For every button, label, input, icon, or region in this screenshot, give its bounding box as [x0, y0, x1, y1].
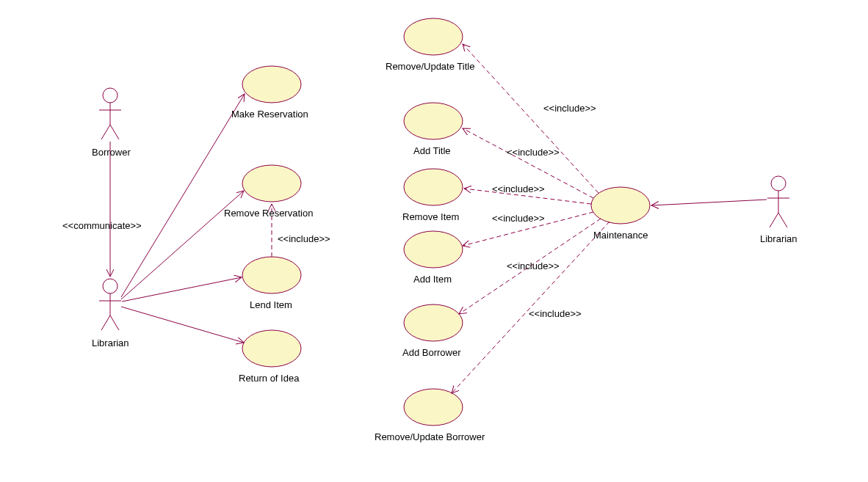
- dep-maint-remove-update-title: [463, 44, 598, 193]
- svg-line-14: [778, 213, 787, 227]
- usecase-add-title: [404, 103, 463, 139]
- usecase-label-add-title: Add Title: [413, 145, 451, 156]
- svg-line-8: [101, 315, 110, 330]
- usecase-return-of-idea: [242, 330, 301, 367]
- stereotype-include-6: <<include>>: [529, 308, 582, 319]
- assoc-librarian-right-maintenance: [651, 200, 767, 205]
- assoc-librarian-return-idea: [121, 307, 244, 343]
- usecase-label-return-of-idea: Return of Idea: [239, 373, 299, 384]
- stereotype-include-lend: <<include>>: [278, 233, 330, 244]
- usecase-label-remove-update-title: Remove/Update Title: [386, 61, 474, 72]
- svg-line-9: [110, 315, 119, 330]
- usecase-label-maintenance: Maintenance: [593, 230, 648, 241]
- usecase-remove-update-borrower: [404, 389, 463, 426]
- actor-label-librarian-right: Librarian: [760, 233, 798, 244]
- usecase-remove-reservation: [242, 165, 301, 202]
- stereotype-include-4: <<include>>: [492, 213, 545, 224]
- usecase-remove-update-title: [404, 18, 463, 55]
- usecase-label-remove-reservation: Remove Reservation: [224, 208, 313, 219]
- stereotype-include-5: <<include>>: [507, 260, 560, 271]
- stereotype-communicate: <<communicate>>: [62, 220, 142, 231]
- svg-point-0: [103, 88, 117, 103]
- stereotype-include-3: <<include>>: [492, 183, 545, 194]
- usecase-remove-item: [404, 169, 463, 205]
- actor-label-borrower: Borrower: [92, 147, 131, 158]
- assoc-librarian-lend-item: [122, 277, 242, 302]
- stereotype-include-1: <<include>>: [543, 103, 596, 114]
- usecase-lend-item: [242, 257, 301, 293]
- svg-line-13: [770, 213, 778, 227]
- usecase-label-add-item: Add Item: [413, 274, 452, 285]
- usecase-make-reservation: [242, 66, 301, 103]
- dep-maint-remove-update-borrower: [452, 222, 610, 393]
- usecase-diagram: [0, 0, 868, 482]
- actor-borrower: [99, 88, 121, 139]
- usecase-label-remove-item: Remove Item: [402, 211, 459, 222]
- actor-label-librarian-left: Librarian: [92, 337, 129, 348]
- usecase-maintenance: [591, 187, 650, 224]
- usecase-label-lend-item: Lend Item: [250, 299, 292, 310]
- usecase-label-add-borrower: Add Borrower: [402, 347, 460, 358]
- usecase-add-item: [404, 231, 463, 268]
- svg-line-4: [110, 125, 119, 139]
- actor-librarian-left: [99, 279, 121, 330]
- assoc-librarian-make-reservation: [121, 94, 245, 297]
- usecase-label-remove-update-borrower: Remove/Update Borrower: [375, 431, 485, 442]
- svg-point-10: [771, 176, 786, 191]
- svg-point-5: [103, 279, 117, 293]
- usecase-label-make-reservation: Make Reservation: [231, 109, 308, 120]
- svg-line-3: [101, 125, 110, 139]
- actor-librarian-right: [767, 176, 789, 227]
- usecase-add-borrower: [404, 304, 463, 341]
- stereotype-include-2: <<include>>: [507, 147, 560, 158]
